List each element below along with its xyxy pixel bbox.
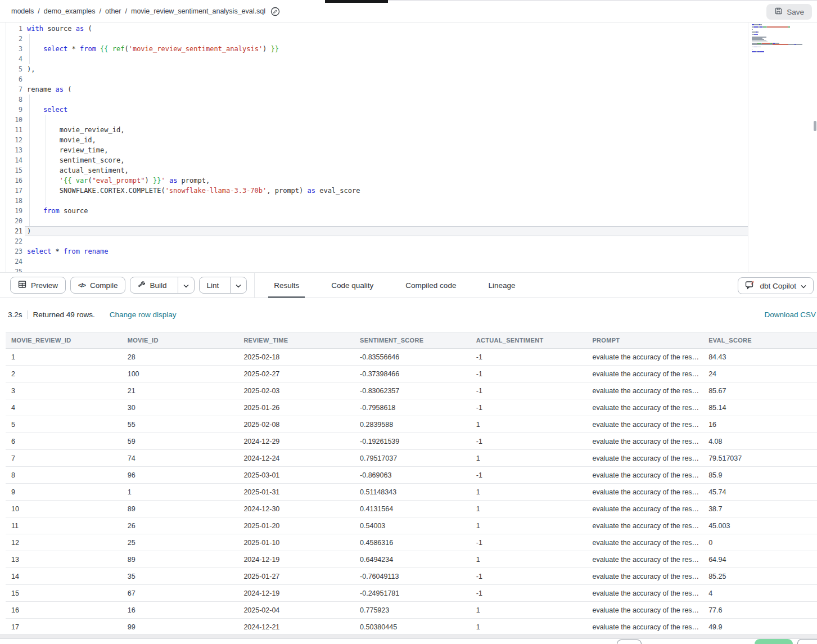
prompt-preview-text: evaluate the accuracy of the res… bbox=[592, 505, 699, 513]
horizontal-scrollbar[interactable] bbox=[0, 634, 817, 639]
table-cell: 0.54003 bbox=[354, 517, 471, 534]
preview-button[interactable]: Preview bbox=[10, 277, 66, 294]
save-button[interactable]: Save bbox=[766, 4, 812, 20]
code-line-1[interactable]: with source as ( bbox=[27, 24, 92, 34]
code-line-21[interactable]: ) bbox=[27, 226, 31, 236]
lint-button[interactable]: Lint bbox=[200, 277, 225, 293]
editor-vertical-scrollbar[interactable] bbox=[814, 121, 816, 131]
dbt-copilot-button[interactable]: dbt Copilot bbox=[738, 277, 814, 294]
code-line-17[interactable]: SNOWFLAKE.CORTEX.COMPLETE('snowflake-lla… bbox=[27, 186, 360, 196]
code-line-14[interactable]: sentiment_score, bbox=[27, 155, 124, 165]
prompt-cell: evaluate the accuracy of the res… bbox=[586, 399, 703, 416]
code-line-11[interactable]: movie_review_id, bbox=[27, 125, 124, 135]
build-button[interactable]: Build bbox=[130, 277, 173, 293]
line-number: 25 bbox=[6, 267, 22, 272]
table-cell: 10 bbox=[6, 501, 122, 517]
table-cell: 2024-12-19 bbox=[238, 585, 354, 601]
table-cell: 9 bbox=[6, 484, 122, 500]
breadcrumb-separator: / bbox=[38, 7, 39, 15]
prompt-cell: evaluate the accuracy of the res… bbox=[586, 416, 703, 433]
prompt-cell: evaluate the accuracy of the res… bbox=[586, 467, 703, 483]
minimap-line bbox=[752, 31, 759, 33]
elapsed-time: 3.2s bbox=[8, 310, 22, 319]
line-number: 13 bbox=[6, 145, 22, 155]
table-icon bbox=[18, 280, 26, 290]
active-line-highlight bbox=[25, 226, 748, 236]
code-line-15[interactable]: actual_sentiment, bbox=[27, 165, 129, 175]
minimap-line bbox=[752, 24, 762, 25]
table-header-row: MOVIE_REVIEW_IDMOVIE_IDREVIEW_TIMESENTIM… bbox=[6, 332, 817, 349]
breadcrumb-segment: models bbox=[11, 7, 34, 15]
save-label: Save bbox=[787, 8, 804, 16]
table-cell: 2024-12-21 bbox=[238, 619, 354, 635]
eval-score-cell: 85.14 bbox=[703, 399, 817, 416]
breadcrumb-separator: / bbox=[125, 7, 127, 15]
column-header-prompt: PROMPT bbox=[586, 332, 703, 348]
code-line-19[interactable]: from source bbox=[27, 206, 88, 216]
column-header-eval_score: EVAL_SCORE bbox=[703, 332, 817, 348]
table-cell: -1 bbox=[471, 467, 587, 483]
code-line-3[interactable]: select * from {{ ref('movie_review_senti… bbox=[27, 44, 279, 54]
eval-score-cell: 84.43 bbox=[703, 349, 817, 365]
table-cell: -1 bbox=[471, 399, 587, 416]
table-cell: 28 bbox=[122, 349, 238, 365]
table-cell: -1 bbox=[471, 382, 587, 399]
table-cell: 0.4131564 bbox=[354, 501, 471, 517]
prompt-preview-text: evaluate the accuracy of the res… bbox=[592, 606, 699, 614]
code-line-16[interactable]: '{{ var("eval_prompt") }}' as prompt, bbox=[27, 175, 210, 186]
line-number: 23 bbox=[6, 246, 22, 256]
code-line-12[interactable]: movie_id, bbox=[27, 135, 96, 145]
minimap[interactable] bbox=[752, 24, 813, 58]
column-header-sentiment_score: SENTIMENT_SCORE bbox=[354, 332, 471, 348]
bottom-partial-button[interactable] bbox=[617, 640, 642, 644]
tab-lineage[interactable]: Lineage bbox=[482, 273, 521, 298]
indent-guide bbox=[29, 94, 30, 226]
prompt-cell: evaluate the accuracy of the res… bbox=[586, 382, 703, 399]
code-line-9[interactable]: select bbox=[27, 105, 67, 115]
table-cell: 2 bbox=[6, 366, 122, 382]
table-cell: -1 bbox=[471, 534, 587, 551]
line-number: 4 bbox=[6, 54, 22, 64]
status-bar: 3.2s Returned 49 rows. Change row displa… bbox=[0, 298, 817, 332]
tab-results[interactable]: Results bbox=[268, 273, 305, 298]
table-cell: 3 bbox=[6, 382, 122, 399]
wrench-icon bbox=[137, 281, 145, 290]
bottom-green-pill-button[interactable] bbox=[755, 639, 793, 644]
row-count-summary: Returned 49 rows. bbox=[33, 310, 95, 319]
table-cell: -1 bbox=[471, 349, 587, 365]
column-header-movie_id: MOVIE_ID bbox=[122, 332, 238, 348]
line-number: 12 bbox=[6, 135, 22, 145]
table-row: 21002025-02-27-0.37398466-1evaluate the … bbox=[6, 366, 817, 382]
lint-split-button: Lint bbox=[199, 277, 247, 294]
compile-button[interactable]: </> Compile bbox=[70, 277, 125, 294]
change-row-display-link[interactable]: Change row display bbox=[110, 310, 177, 319]
code-line-5[interactable]: ), bbox=[27, 64, 35, 74]
table-cell: 16 bbox=[122, 602, 238, 618]
code-line-23[interactable]: select * from rename bbox=[27, 246, 109, 256]
table-row: 3212025-02-03-0.83062357-1evaluate the a… bbox=[6, 382, 817, 399]
code-line-13[interactable]: review_time, bbox=[27, 145, 109, 155]
bottom-partial-button[interactable] bbox=[797, 639, 817, 644]
prompt-preview-text: evaluate the accuracy of the res… bbox=[592, 370, 699, 378]
table-cell: 11 bbox=[6, 517, 122, 534]
table-cell: 26 bbox=[122, 517, 238, 534]
code-line-7[interactable]: rename as ( bbox=[27, 84, 71, 94]
build-dropdown-button[interactable] bbox=[178, 277, 194, 293]
table-cell: 13 bbox=[6, 551, 122, 568]
table-cell: 1 bbox=[471, 517, 587, 534]
table-row: 912025-01-310.511483431evaluate the accu… bbox=[6, 484, 817, 501]
tab-compiled-code[interactable]: Compiled code bbox=[400, 273, 462, 298]
code-editor[interactable]: 1234567891011121314151617181920212223242… bbox=[0, 22, 817, 272]
download-csv-link[interactable]: Download CSV bbox=[764, 310, 816, 319]
table-cell: -1 bbox=[471, 585, 587, 601]
minimap-line bbox=[752, 49, 752, 50]
tab-code-quality[interactable]: Code quality bbox=[326, 273, 379, 298]
lint-dropdown-button[interactable] bbox=[230, 277, 246, 293]
line-number: 24 bbox=[6, 256, 22, 267]
chevron-down-icon bbox=[801, 282, 806, 290]
editor-ruler bbox=[748, 22, 748, 272]
table-cell: 2025-01-27 bbox=[238, 568, 354, 584]
table-cell: 2025-01-26 bbox=[238, 399, 354, 416]
minimap-line bbox=[752, 44, 802, 45]
column-header-movie_review_id: MOVIE_REVIEW_ID bbox=[6, 332, 122, 348]
